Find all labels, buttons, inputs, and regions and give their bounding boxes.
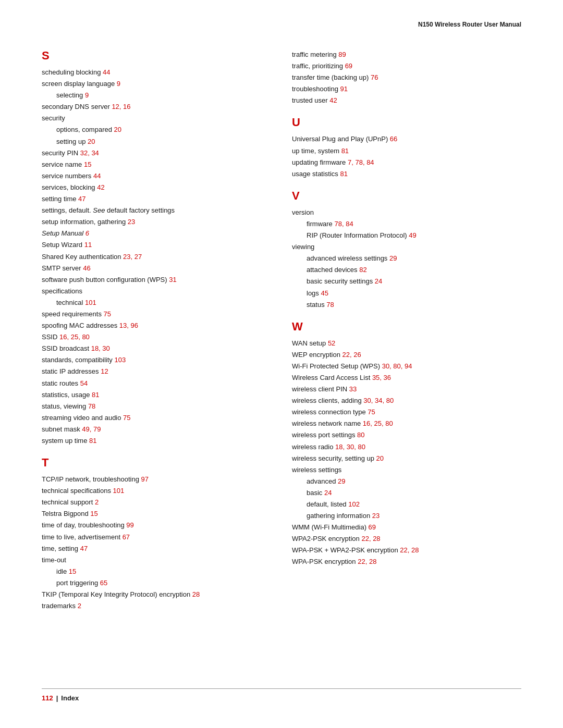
list-item: wireless security, setting up 20 <box>292 453 521 464</box>
right-column: traffic metering 89 traffic, prioritizin… <box>292 44 521 621</box>
list-item: traffic metering 89 <box>292 49 521 60</box>
section-w: W WAN setup 52 WEP encryption 22, 26 Wi-… <box>292 320 521 568</box>
list-item: viewing <box>292 241 521 253</box>
left-column: S scheduling blocking 44 screen display … <box>42 44 271 621</box>
list-item: SSID 16, 25, 80 <box>42 331 271 343</box>
list-item: Setup Manual 6 <box>42 228 271 239</box>
list-item: firmware 78, 84 <box>292 218 521 230</box>
list-item: software push button configuration (WPS)… <box>42 274 271 286</box>
list-item: usage statistics 81 <box>292 168 521 180</box>
list-item: setting up 20 <box>42 136 271 147</box>
list-item: time of day, troubleshooting 99 <box>42 520 271 531</box>
list-item: port triggering 65 <box>42 577 271 589</box>
list-item: default, listed 102 <box>292 499 521 510</box>
section-letter-v: V <box>292 189 521 203</box>
list-item: Telstra Bigpond 15 <box>42 508 271 520</box>
list-item: setting time 47 <box>42 193 271 205</box>
list-item: Setup Wizard 11 <box>42 239 271 251</box>
section-t: T TCP/IP network, troubleshooting 97 tec… <box>42 456 271 612</box>
list-item: wireless connection type 75 <box>292 406 521 418</box>
list-item: trusted user 42 <box>292 95 521 106</box>
list-item: settings, default. See default factory s… <box>42 205 271 216</box>
footer-label: Index <box>61 694 79 702</box>
list-item: WAN setup 52 <box>292 338 521 349</box>
list-item: wireless network name 16, 25, 80 <box>292 418 521 429</box>
list-item: status 78 <box>292 299 521 311</box>
list-item: Wi-Fi Protected Setup (WPS) 30, 80, 94 <box>292 361 521 372</box>
list-item: service numbers 44 <box>42 170 271 182</box>
page-footer: 112 | Index <box>42 688 521 702</box>
list-item: Shared Key authentication 23, 27 <box>42 251 271 263</box>
list-item: advanced 29 <box>292 476 521 487</box>
section-s: S scheduling blocking 44 screen display … <box>42 49 271 447</box>
list-item: streaming video and audio 75 <box>42 412 271 424</box>
page-container: N150 Wireless Router User Manual S sched… <box>0 0 563 728</box>
list-item: advanced wireless settings 29 <box>292 253 521 264</box>
list-item: gathering information 23 <box>292 510 521 522</box>
list-item: scheduling blocking 44 <box>42 67 271 78</box>
list-item: TCP/IP network, troubleshooting 97 <box>42 474 271 485</box>
list-item: WPA2-PSK encryption 22, 28 <box>292 533 521 545</box>
list-item: trademarks 2 <box>42 600 271 612</box>
list-item: time-out <box>42 554 271 566</box>
list-item: TKIP (Temporal Key Integrity Protocol) e… <box>42 589 271 600</box>
section-v: V version firmware 78, 84 RIP (Router In… <box>292 189 521 311</box>
list-item: selecting 9 <box>42 90 271 101</box>
page-header: N150 Wireless Router User Manual <box>42 21 521 28</box>
list-item: version <box>292 207 521 218</box>
list-item: WEP encryption 22, 26 <box>292 349 521 361</box>
list-item: SSID broadcast 18, 30 <box>42 343 271 354</box>
footer-separator: | <box>56 694 58 702</box>
list-item: technical specifications 101 <box>42 485 271 497</box>
list-item: speed requirements 75 <box>42 309 271 320</box>
list-item: static routes 54 <box>42 378 271 389</box>
list-item: time to live, advertisement 67 <box>42 532 271 543</box>
list-item: idle 15 <box>42 566 271 577</box>
list-item: setup information, gathering 23 <box>42 216 271 228</box>
list-item: basic 24 <box>292 487 521 499</box>
list-item: screen display language 9 <box>42 78 271 90</box>
list-item: attached devices 82 <box>292 264 521 276</box>
list-item: security <box>42 113 271 124</box>
list-item: wireless clients, adding 30, 34, 80 <box>292 395 521 406</box>
list-item: services, blocking 42 <box>42 182 271 193</box>
list-item: transfer time (backing up) 76 <box>292 72 521 83</box>
list-item: service name 15 <box>42 159 271 170</box>
list-item: technical 101 <box>42 297 271 309</box>
section-letter-s: S <box>42 49 271 63</box>
list-item: Wireless Card Access List 35, 36 <box>292 372 521 384</box>
list-item: subnet mask 49, 79 <box>42 424 271 435</box>
list-item: standards, compatibility 103 <box>42 354 271 366</box>
list-item: WPA-PSK + WPA2-PSK encryption 22, 28 <box>292 545 521 556</box>
list-item: status, viewing 78 <box>42 401 271 412</box>
list-item: troubleshooting 91 <box>292 83 521 95</box>
list-item: traffic, prioritizing 69 <box>292 60 521 72</box>
section-letter-w: W <box>292 320 521 334</box>
list-item: time, setting 47 <box>42 543 271 554</box>
list-item: spoofing MAC addresses 13, 96 <box>42 320 271 331</box>
list-item: RIP (Router Information Protocol) 49 <box>292 230 521 241</box>
section-t-continued: traffic metering 89 traffic, prioritizin… <box>292 49 521 106</box>
footer-page-number: 112 <box>42 694 53 702</box>
list-item: security PIN 32, 34 <box>42 147 271 159</box>
list-item: system up time 81 <box>42 435 271 447</box>
list-item: Universal Plug and Play (UPnP) 66 <box>292 133 521 145</box>
list-item: wireless settings <box>292 464 521 476</box>
list-item: WPA-PSK encryption 22, 28 <box>292 556 521 567</box>
section-letter-t: T <box>42 456 271 470</box>
list-item: secondary DNS server 12, 16 <box>42 101 271 113</box>
list-item: logs 45 <box>292 288 521 299</box>
list-item: basic security settings 24 <box>292 276 521 287</box>
section-letter-u: U <box>292 116 521 129</box>
list-item: wireless port settings 80 <box>292 429 521 441</box>
list-item: wireless client PIN 33 <box>292 384 521 395</box>
content-area: S scheduling blocking 44 screen display … <box>42 44 521 621</box>
list-item: WMM (Wi-Fi Multimedia) 69 <box>292 522 521 533</box>
list-item: technical support 2 <box>42 497 271 508</box>
list-item: updating firmware 7, 78, 84 <box>292 157 521 168</box>
list-item: options, compared 20 <box>42 124 271 135</box>
list-item: specifications <box>42 286 271 297</box>
section-u: U Universal Plug and Play (UPnP) 66 up t… <box>292 116 521 179</box>
list-item: SMTP server 46 <box>42 263 271 274</box>
list-item: static IP addresses 12 <box>42 366 271 377</box>
